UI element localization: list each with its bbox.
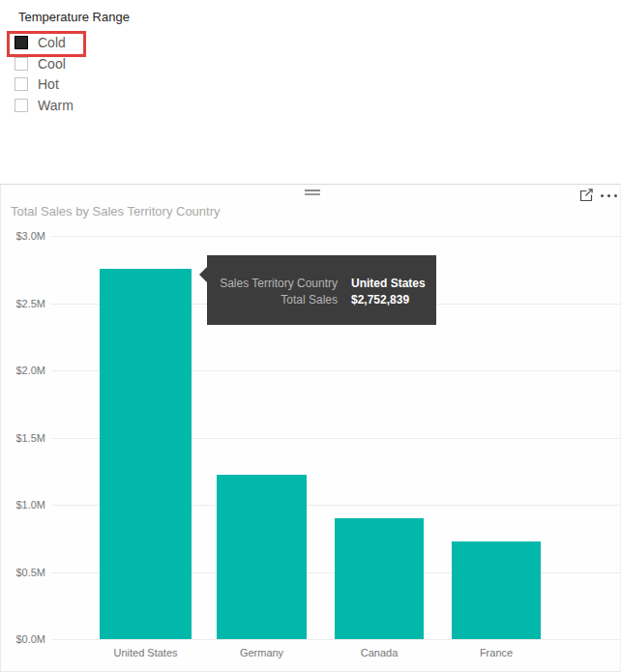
gridline — [51, 236, 621, 237]
x-axis-label: United States — [88, 647, 204, 658]
y-axis-tick-label: $1.5M — [3, 432, 45, 444]
checkbox-unchecked-icon[interactable] — [15, 77, 28, 91]
gridline — [51, 639, 621, 640]
y-axis-tick-label: $2.5M — [3, 298, 45, 309]
tooltip-measure-value: $2,752,839 — [351, 292, 409, 308]
x-axis-label: France — [438, 647, 554, 658]
slicer-item-cold[interactable]: Cold — [15, 32, 74, 53]
y-axis-tick-label: $0.0M — [3, 633, 45, 645]
y-axis-tick-label: $2.0M — [3, 365, 45, 376]
tooltip-category-value: United States — [351, 276, 426, 292]
focus-mode-icon[interactable] — [577, 187, 595, 204]
slicer-item-list: ColdCoolHotWarm — [15, 32, 74, 116]
slicer-item-label: Cold — [38, 35, 66, 50]
checkbox-checked-icon[interactable] — [15, 36, 28, 49]
checkbox-unchecked-icon[interactable] — [15, 99, 28, 112]
tooltip: Sales Territory Country United States To… — [207, 255, 436, 325]
more-options-icon[interactable] — [597, 190, 620, 200]
bar-france[interactable] — [452, 541, 541, 639]
slicer-item-warm[interactable]: Warm — [15, 95, 74, 116]
x-axis-label: Germany — [204, 647, 320, 658]
bar-chart-visual: Total Sales by Sales Territory Country $… — [0, 184, 621, 672]
tooltip-measure-label: Total Sales — [220, 292, 338, 308]
report-canvas: Temperature Range ColdCoolHotWarm Total … — [0, 0, 621, 672]
bar-united-states[interactable] — [100, 269, 192, 639]
chart-title: Total Sales by Sales Territory Country — [11, 204, 221, 219]
x-axis-label: Canada — [321, 647, 437, 658]
slicer-item-label: Hot — [38, 76, 59, 92]
checkbox-unchecked-icon[interactable] — [15, 57, 28, 71]
y-axis-tick-label: $1.0M — [3, 499, 45, 511]
slicer-item-cool[interactable]: Cool — [15, 53, 74, 74]
slicer-title: Temperature Range — [18, 10, 130, 24]
y-axis-tick-label: $0.5M — [3, 567, 45, 578]
drag-handle-icon[interactable] — [297, 190, 328, 197]
y-axis-tick-label: $3.0M — [3, 230, 45, 242]
slicer-item-label: Warm — [38, 98, 74, 113]
tooltip-category-label: Sales Territory Country — [220, 276, 338, 292]
slicer-item-hot[interactable]: Hot — [15, 73, 74, 95]
tooltip-arrow-icon — [199, 267, 207, 282]
bar-germany[interactable] — [217, 475, 307, 639]
bar-canada[interactable] — [335, 518, 424, 639]
slicer-item-label: Cool — [38, 56, 66, 72]
temperature-range-slicer: Temperature Range ColdCoolHotWarm — [0, 0, 251, 126]
